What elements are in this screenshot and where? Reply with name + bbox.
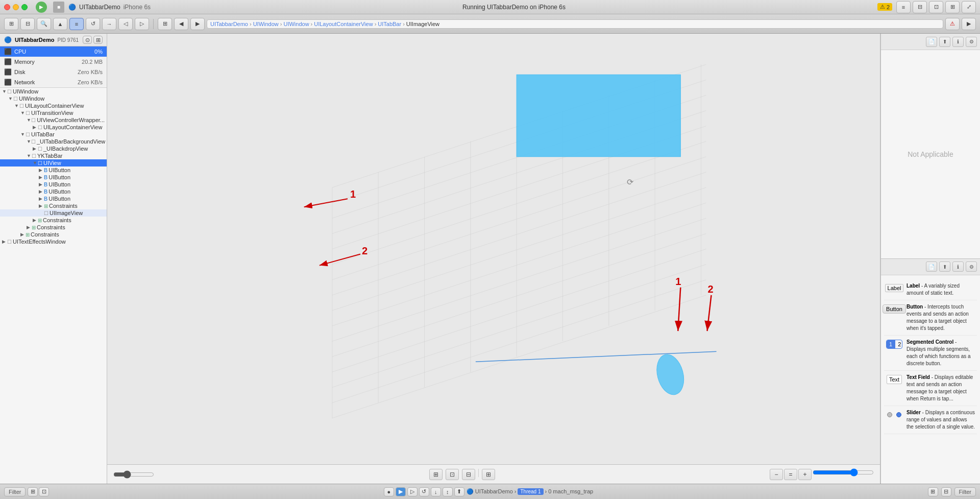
window-control-3[interactable]: ⤢	[962, 1, 976, 13]
status-view-btn-2[interactable]: ⊡	[39, 487, 49, 496]
breadcrumb-3[interactable]: UILayoutContainerView	[314, 21, 373, 27]
filter-button[interactable]: Filter	[4, 487, 26, 496]
tree-item-uitabbarbg[interactable]: ▼ ☐ _UITabBarBackgroundView	[0, 138, 107, 145]
rp-settings-btn[interactable]: ⚙	[966, 37, 977, 47]
layout-btn-3[interactable]: ⊟	[462, 469, 475, 480]
view-slider[interactable]	[813, 469, 874, 476]
window-control-1[interactable]: ⊡	[929, 1, 943, 13]
tree-item-uiwindow[interactable]: ▼ ☐ UIWindow	[0, 88, 107, 95]
status-ctrl-6[interactable]: ↕	[443, 487, 453, 496]
stop-button[interactable]: ■	[53, 2, 64, 13]
lib-item-button[interactable]: Button Button - Intercepts touch events …	[884, 300, 977, 336]
nav-back[interactable]: ◀	[174, 18, 188, 30]
layout-btn-4[interactable]: ⊞	[482, 469, 495, 480]
tree-item-uibtn5[interactable]: ▶ B UIButton	[0, 195, 107, 202]
tb-btn-8[interactable]: ◁	[118, 18, 133, 30]
metric-memory[interactable]: ⬛ Memory 20.2 MB	[0, 57, 107, 67]
lib-info-btn[interactable]: ℹ	[952, 262, 964, 272]
tree-item-uibtn1[interactable]: ▶ B UIButton	[0, 167, 107, 174]
tree-item-uibtn2[interactable]: ▶ B UIButton	[0, 174, 107, 181]
status-ctrl-1[interactable]: ●	[384, 487, 394, 496]
metric-cpu[interactable]: ⬛ CPU 0%	[0, 46, 107, 57]
window-control-2[interactable]: ⊞	[945, 1, 960, 13]
metric-disk[interactable]: ⬛ Disk Zero KB/s	[0, 67, 107, 77]
tree-item-uivcwrapper[interactable]: ▼ ☐ UIViewControllerWrapper...	[0, 116, 107, 124]
tb-btn-7[interactable]: →	[102, 18, 116, 30]
tree-item-uilayout2[interactable]: ▶ ☐ UILayoutContainerView	[0, 124, 107, 131]
lib-item-slider[interactable]: Slider - Displays a continuous range of …	[884, 406, 977, 434]
tree-item-uiview[interactable]: ▼ ☐ UIView	[0, 159, 107, 167]
sidebar-toggle-right[interactable]: ⊟	[913, 1, 927, 13]
layout-btn-1[interactable]: ⊞	[429, 469, 443, 480]
svg-marker-25	[517, 75, 680, 157]
tree-item-constraints4[interactable]: ▶ ⊞ Constraints	[0, 231, 107, 238]
tree-item-yktabbar[interactable]: ▼ ☐ YKTabBar	[0, 152, 107, 159]
view-mode-grid[interactable]: ⊞	[158, 18, 172, 30]
lib-settings-btn[interactable]: ⚙	[966, 262, 977, 272]
lib-upload-btn[interactable]: ⬆	[939, 262, 950, 272]
tb-btn-2[interactable]: ⊟	[20, 18, 35, 30]
zoom-in[interactable]: +	[798, 469, 812, 480]
right-btn-info[interactable]: ▶	[962, 18, 976, 30]
zoom-slider[interactable]	[113, 471, 154, 478]
tree-item-constraints1[interactable]: ▶ ⊞ Constraints	[0, 202, 107, 209]
tree-item-uibackdrop[interactable]: ▶ ☐ _UIBackdropView	[0, 145, 107, 152]
tree-item-constraints2[interactable]: ▶ ⊞ Constraints	[0, 217, 107, 224]
tree-item-uiimageview[interactable]: ☐ UIImageView	[0, 209, 107, 217]
toggle-uiwindow2[interactable]: ▼	[8, 96, 13, 101]
rp-upload-btn[interactable]: ⬆	[939, 37, 950, 47]
tree-item-uitransition[interactable]: ▼ ☐ UITransitionView	[0, 109, 107, 116]
status-right-btn-1[interactable]: ⊞	[928, 487, 938, 496]
metric-network[interactable]: ⬛ Network Zero KB/s	[0, 77, 107, 87]
status-view-btn-1[interactable]: ⊞	[28, 487, 38, 496]
process-btn-2[interactable]: ⊞	[93, 36, 103, 44]
tree-item-uitabbar[interactable]: ▼ ☐ UITabBar	[0, 131, 107, 138]
canvas-toolbar-center: ⊞ ⊡ ⊟ ⊞	[429, 469, 495, 480]
maximize-button[interactable]	[21, 4, 28, 10]
lib-item-textfield[interactable]: Text Text Field - Displays editable text…	[884, 371, 977, 406]
tree-item-uiwindow2[interactable]: ▼ ☐ UIWindow	[0, 95, 107, 102]
status-right-btn-2[interactable]: ⊟	[941, 487, 951, 496]
lib-item-segmented[interactable]: 1 2 Segmented Control - Displays multipl…	[884, 336, 977, 371]
tb-btn-5[interactable]: ≡	[69, 18, 84, 30]
close-button[interactable]	[4, 4, 10, 10]
zoom-out[interactable]: −	[770, 469, 783, 480]
nav-forward[interactable]: ▶	[190, 18, 205, 30]
tb-btn-3[interactable]: 🔍	[37, 18, 51, 30]
svg-line-29	[678, 288, 680, 331]
filter-button-right[interactable]: Filter	[954, 487, 976, 496]
toggle-uiwindow[interactable]: ▼	[2, 89, 7, 94]
status-ctrl-5[interactable]: ↓	[431, 487, 441, 496]
tb-btn-9[interactable]: ▷	[135, 18, 149, 30]
breadcrumb-4[interactable]: UITabBar	[378, 21, 401, 27]
tree-item-uibtn4[interactable]: ▶ B UIButton	[0, 188, 107, 195]
tb-btn-1[interactable]: ⊞	[4, 18, 18, 30]
tree-view: ▼ ☐ UIWindow ▼ ☐ UIWindow ▼ ☐ UILayoutCo…	[0, 88, 107, 484]
breadcrumb-2[interactable]: UIWindow	[283, 21, 309, 27]
tree-item-uibtn3[interactable]: ▶ B UIButton	[0, 181, 107, 188]
minimize-button[interactable]	[13, 4, 19, 10]
tree-item-uilayout1[interactable]: ▼ ☐ UILayoutContainerView	[0, 102, 107, 109]
run-button[interactable]: ▶	[36, 2, 47, 13]
rp-info-btn[interactable]: ℹ	[952, 37, 964, 47]
lib-item-label[interactable]: Label Label - A variably sized amount of…	[884, 279, 977, 300]
zoom-fit[interactable]: =	[784, 469, 797, 480]
tb-btn-6[interactable]: ↺	[86, 18, 100, 30]
status-ctrl-4[interactable]: ↺	[419, 487, 429, 496]
status-ctrl-3[interactable]: ▷	[407, 487, 418, 496]
warning-badge[interactable]: ⚠ 2	[877, 3, 892, 11]
layout-btn-2[interactable]: ⊡	[446, 469, 459, 480]
breadcrumb-1[interactable]: UIWindow	[253, 21, 279, 27]
rp-doc-btn[interactable]: 📄	[926, 37, 937, 47]
tree-item-constraints3[interactable]: ▶ ⊞ Constraints	[0, 224, 107, 231]
process-btn-1[interactable]: ⊙	[83, 36, 92, 44]
tree-item-uitexteffects[interactable]: ▶ ☐ UITextEffectsWindow	[0, 238, 107, 245]
right-btn-warning[interactable]: ⚠	[945, 18, 960, 30]
tb-btn-4[interactable]: ▲	[53, 18, 67, 30]
sidebar-toggle-left[interactable]: ≡	[896, 1, 911, 13]
status-ctrl-7[interactable]: ⬆	[454, 487, 464, 496]
status-ctrl-2[interactable]: ▶	[396, 487, 406, 496]
device-label: iPhone 6s	[124, 4, 151, 11]
lib-doc-btn[interactable]: 📄	[926, 262, 937, 272]
breadcrumb-0[interactable]: UITabbarDemo	[210, 21, 248, 27]
